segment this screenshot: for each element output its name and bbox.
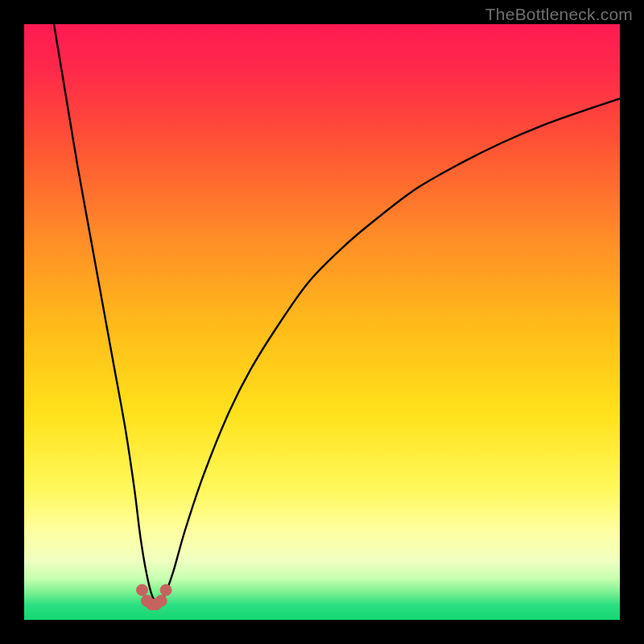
optimal-marker [160, 584, 171, 596]
bottleneck-plot [24, 24, 620, 620]
chart-frame [24, 24, 620, 620]
watermark-text: TheBottleneck.com [485, 5, 633, 24]
optimal-marker [155, 595, 167, 606]
gradient-background [24, 24, 620, 620]
optimal-marker [137, 584, 148, 596]
